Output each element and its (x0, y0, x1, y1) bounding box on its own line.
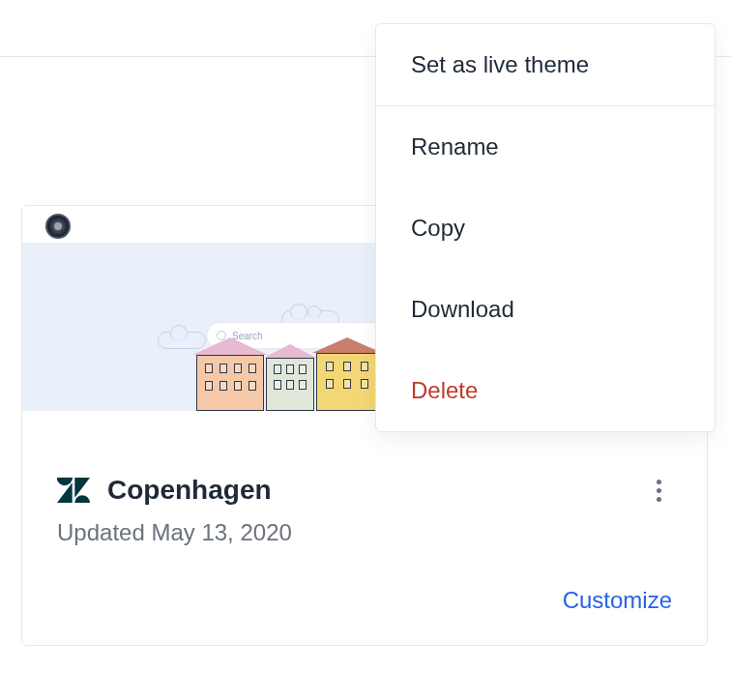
theme-title: Copenhagen (107, 475, 272, 506)
customize-link[interactable]: Customize (57, 587, 672, 614)
zendesk-icon (57, 477, 90, 504)
brand-badge-icon (45, 214, 71, 239)
updated-timestamp: Updated May 13, 2020 (57, 519, 672, 546)
title-row: Copenhagen (57, 475, 672, 506)
more-options-button[interactable] (645, 477, 672, 504)
menu-delete[interactable]: Delete (376, 350, 715, 431)
menu-download[interactable]: Download (376, 269, 715, 350)
theme-actions-dropdown: Set as live theme Rename Copy Download D… (375, 23, 716, 432)
svg-rect-1 (57, 477, 73, 478)
menu-set-live-theme[interactable]: Set as live theme (376, 24, 715, 105)
menu-rename[interactable]: Rename (376, 106, 715, 188)
menu-copy[interactable]: Copy (376, 188, 715, 269)
card-body: Copenhagen Updated May 13, 2020 Customiz… (22, 448, 707, 645)
